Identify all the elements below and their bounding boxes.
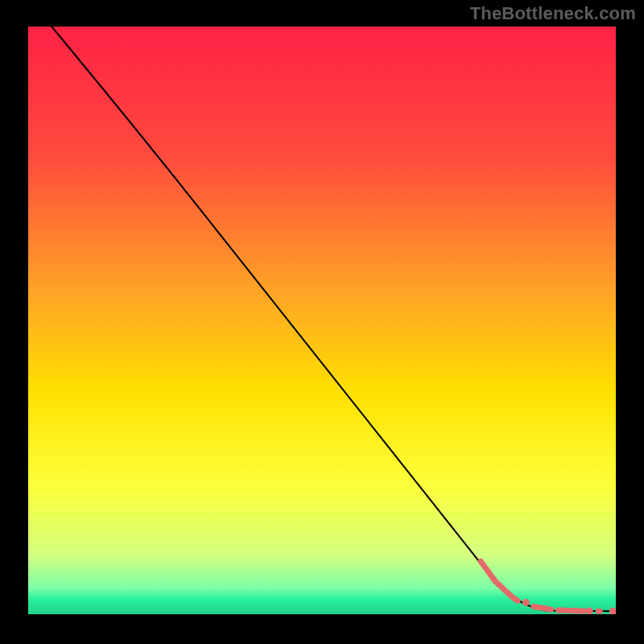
chart-svg <box>28 27 616 614</box>
highlight-segment <box>569 610 584 611</box>
highlight-segment <box>534 607 551 610</box>
plot-area <box>28 27 616 614</box>
highlight-dot <box>522 599 530 606</box>
gradient-background <box>28 27 616 614</box>
chart-frame: TheBottleneck.com <box>0 0 644 644</box>
watermark-text: TheBottleneck.com <box>470 3 636 24</box>
highlight-segment <box>514 599 518 601</box>
